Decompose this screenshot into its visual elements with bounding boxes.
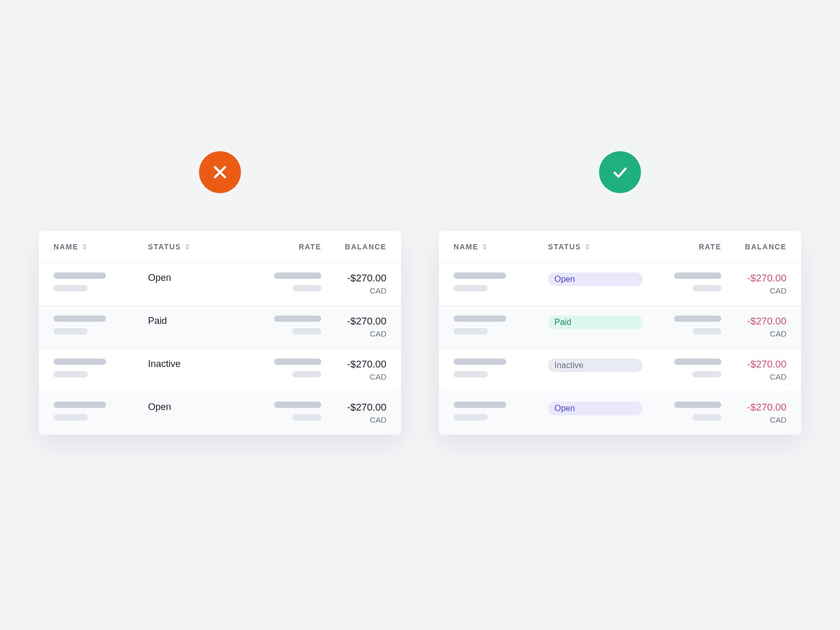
col-header-name[interactable]: NAME (54, 243, 148, 251)
col-header-label: RATE (299, 243, 321, 251)
cell-balance: -$270.00 CAD (321, 316, 386, 338)
cell-balance: -$270.00 CAD (721, 402, 786, 424)
cell-balance: -$270.00 CAD (721, 359, 786, 381)
cell-rate (243, 316, 321, 334)
cell-status: Inactive (548, 359, 643, 372)
balance-currency: CAD (770, 329, 786, 338)
col-header-balance: BALANCE (721, 243, 786, 251)
balance-amount: -$270.00 (347, 316, 386, 327)
cell-name (454, 272, 548, 291)
balance-amount: -$270.00 (747, 402, 786, 413)
skeleton-bar (54, 371, 88, 377)
cell-rate (243, 359, 321, 377)
skeleton-bar (454, 316, 506, 322)
cell-rate (643, 272, 721, 291)
cell-status: Inactive (148, 359, 243, 370)
col-header-status[interactable]: STATUS (548, 243, 643, 251)
cell-rate (243, 272, 321, 291)
col-header-rate: RATE (643, 243, 721, 251)
status-badge: Paid (548, 316, 643, 329)
skeleton-bar (674, 272, 721, 279)
balance-currency: CAD (370, 286, 386, 295)
skeleton-bar (292, 328, 321, 334)
skeleton-bar (54, 328, 88, 334)
col-header-rate: RATE (243, 243, 321, 251)
cell-name (54, 272, 148, 291)
balance-amount: -$270.00 (347, 402, 386, 413)
check-icon (599, 151, 641, 193)
sort-icon (185, 244, 190, 250)
skeleton-bar (674, 402, 721, 408)
table-row: Open -$270.00 CAD (439, 262, 801, 306)
cell-status: Open (548, 272, 643, 286)
skeleton-bar (692, 414, 721, 421)
col-header-label: RATE (699, 243, 721, 251)
status-badge: Inactive (548, 359, 643, 372)
col-header-label: NAME (54, 243, 78, 251)
skeleton-bar (54, 402, 106, 408)
col-header-label: BALANCE (345, 243, 386, 251)
cell-balance: -$270.00 CAD (321, 359, 386, 381)
skeleton-bar (274, 402, 321, 408)
balance-amount: -$270.00 (747, 316, 786, 327)
status-text: Open (148, 402, 243, 413)
cell-status: Paid (148, 316, 243, 327)
skeleton-bar (454, 272, 506, 279)
skeleton-bar (692, 285, 721, 291)
balance-currency: CAD (370, 329, 386, 338)
cell-rate (643, 402, 721, 421)
cell-balance: -$270.00 CAD (321, 272, 386, 295)
cell-status: Paid (548, 316, 643, 329)
table-row: Paid -$270.00 CAD (39, 306, 401, 349)
skeleton-bar (54, 285, 88, 291)
skeleton-bar (54, 272, 106, 279)
skeleton-bar (454, 402, 506, 408)
balance-amount: -$270.00 (347, 359, 386, 370)
balance-amount: -$270.00 (747, 359, 786, 370)
cell-name (54, 359, 148, 377)
do-example: NAME STATUS RATE BALANCE (439, 151, 801, 630)
skeleton-bar (454, 359, 506, 365)
col-header-name[interactable]: NAME (454, 243, 548, 251)
status-badge: Open (548, 272, 643, 286)
skeleton-bar (274, 316, 321, 322)
skeleton-bar (454, 328, 488, 334)
balance-currency: CAD (770, 372, 786, 381)
col-header-status[interactable]: STATUS (148, 243, 243, 251)
status-badge: Open (548, 402, 643, 415)
table-row: Paid -$270.00 CAD (439, 306, 801, 349)
skeleton-bar (692, 371, 721, 377)
table-row: Open -$270.00 CAD (39, 392, 401, 435)
skeleton-bar (292, 285, 321, 291)
cell-rate (243, 402, 321, 421)
skeleton-bar (54, 414, 88, 421)
skeleton-bar (54, 359, 106, 365)
status-text: Inactive (148, 359, 243, 370)
cell-status: Open (548, 402, 643, 415)
status-text: Paid (148, 316, 243, 327)
table-row: Open -$270.00 CAD (439, 392, 801, 435)
x-icon (199, 151, 241, 193)
balance-amount: -$270.00 (347, 272, 386, 284)
skeleton-bar (454, 371, 488, 377)
table-row: Open -$270.00 CAD (39, 262, 401, 306)
skeleton-bar (692, 328, 721, 334)
skeleton-bar (274, 272, 321, 279)
col-header-balance: BALANCE (321, 243, 386, 251)
col-header-label: STATUS (548, 243, 581, 251)
table-header: NAME STATUS RATE BALANCE (439, 231, 801, 262)
balance-amount: -$270.00 (747, 272, 786, 284)
skeleton-bar (674, 316, 721, 322)
balance-currency: CAD (370, 415, 386, 424)
skeleton-bar (292, 371, 321, 377)
status-text: Open (148, 272, 243, 284)
col-header-label: STATUS (148, 243, 181, 251)
cell-name (54, 316, 148, 334)
sort-icon (482, 244, 487, 250)
col-header-label: NAME (454, 243, 478, 251)
cell-balance: -$270.00 CAD (721, 272, 786, 295)
cell-name (54, 402, 148, 421)
cell-rate (643, 316, 721, 334)
cell-status: Open (148, 402, 243, 413)
col-header-label: BALANCE (745, 243, 786, 251)
